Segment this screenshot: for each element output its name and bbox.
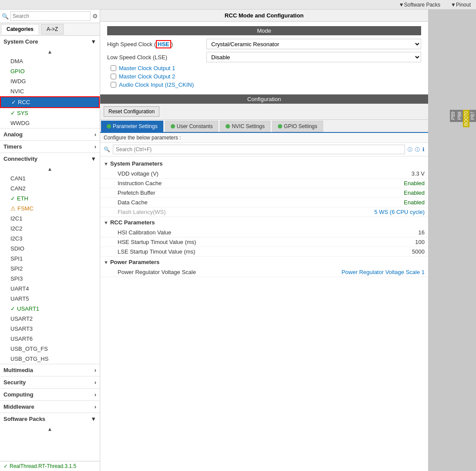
sidebar-item-usart2[interactable]: USART2 [0, 314, 100, 324]
tab-active-dot [107, 124, 111, 129]
hse-marker: HSE [156, 40, 171, 48]
config-section: Configuration Reset Configuration Parame… [100, 95, 428, 471]
pinout-topbar[interactable]: ▼ Pinout [446, 2, 476, 8]
sidebar-item-iwdg[interactable]: IWDG [0, 76, 100, 86]
group-rcc-parameters[interactable]: ▼ RCC Parameters [100, 217, 428, 228]
check-icon: ✓ [11, 99, 16, 105]
chevron-down-icon: ▼ [91, 156, 96, 162]
chevron-right-icon: › [95, 391, 96, 398]
chevron-right-icon: › [95, 131, 96, 138]
sidebar-search-bar: 🔍 ⚙ [0, 10, 100, 23]
scroll-up-arrow[interactable]: ▲ [0, 47, 100, 56]
param-power-regulator: Power Regulator Voltage Scale Power Regu… [100, 268, 428, 277]
i2s-label: Audio Clock Input (I2S_CKIN) [119, 81, 194, 88]
sidebar-item-usart6[interactable]: USART6 [0, 334, 100, 344]
info-icon: ℹ [422, 146, 425, 152]
sidebar-item-uart5[interactable]: UART5 [0, 294, 100, 304]
category-multimedia[interactable]: Multimedia › [0, 364, 100, 376]
software-packs-topbar[interactable]: ▼ Software Packs [394, 2, 446, 8]
tab-atoz[interactable]: A->Z [41, 24, 64, 34]
sidebar-item-uart4[interactable]: UART4 [0, 284, 100, 294]
search-input[interactable] [10, 11, 91, 21]
sidebar-item-usart3[interactable]: USART3 [0, 324, 100, 334]
params-search-bar: 🔍 ⓘ ⓘ ℹ [100, 143, 428, 156]
nav-next-icon[interactable]: ⓘ [415, 146, 420, 153]
sidebar-item-dma[interactable]: DMA [0, 56, 100, 66]
category-connectivity[interactable]: Connectivity ▼ [0, 152, 100, 165]
category-software-packs[interactable]: Software Packs ▼ [0, 413, 100, 425]
chevron-down-icon: ▼ [91, 416, 96, 422]
sidebar-item-spi2[interactable]: SPI2 [0, 264, 100, 274]
params-search-input[interactable] [113, 145, 405, 154]
sidebar-item-eth[interactable]: ✓ETH [0, 193, 100, 203]
pinout-label: Pinout [456, 2, 471, 8]
tab-categories[interactable]: Categories [1, 24, 39, 34]
nav-prev-icon[interactable]: ⓘ [408, 146, 412, 153]
chevron-right-icon: › [95, 403, 96, 410]
sidebar-item-can2[interactable]: CAN2 [0, 183, 100, 193]
sidebar-footer: ✓ RealThread.RT-Thread.3.1.5 [0, 461, 100, 471]
tab-user-constants[interactable]: User Constants [165, 121, 219, 132]
chevron-down-icon: ▼ [399, 2, 404, 8]
scroll-up-arrow-2[interactable]: ▲ [0, 165, 100, 173]
category-analog[interactable]: Analog › [0, 128, 100, 140]
lsc-label: Low Speed Clock (LSE) [107, 54, 203, 61]
checkbox-i2s[interactable] [111, 82, 116, 88]
sidebar-item-i2c3[interactable]: I2C3 [0, 234, 100, 244]
config-toolbar: Reset Configuration [100, 104, 428, 120]
sidebar-item-wwdg[interactable]: WWDG [0, 118, 100, 128]
tab-dot [226, 124, 230, 129]
group-power-parameters[interactable]: ▼ Power Parameters [100, 257, 428, 268]
search-icon: 🔍 [2, 13, 9, 20]
param-instruction-cache: Instruction Cache Enabled [100, 179, 428, 188]
reset-configuration-button[interactable]: Reset Configuration [104, 106, 159, 117]
category-system-core[interactable]: System Core ▼ [0, 36, 100, 47]
sidebar-item-can1[interactable]: CAN1 [0, 173, 100, 183]
gear-icon[interactable]: ⚙ [92, 13, 98, 20]
check-icon: ✓ [10, 110, 15, 116]
category-computing[interactable]: Computing › [0, 388, 100, 400]
sidebar-item-sys[interactable]: ✓SYS [0, 108, 100, 118]
tab-nvic-settings[interactable]: NVIC Settings [220, 121, 270, 132]
analog-label: Analog [3, 131, 23, 138]
category-timers[interactable]: Timers › [0, 140, 100, 152]
param-lse-startup: LSE Startup Timout Value (ms) 5000 [100, 247, 428, 257]
checkbox-i2s-row: Audio Clock Input (I2S_CKIN) [111, 81, 421, 88]
sidebar-item-gpio[interactable]: GPIO [0, 66, 100, 76]
checkbox-mco2[interactable] [111, 74, 116, 79]
category-middleware[interactable]: Middleware › [0, 400, 100, 413]
tab-dot [171, 124, 175, 129]
checkbox-mco2-row: Master Clock Output 2 [111, 73, 421, 80]
hsc-select[interactable]: Crystal/Ceramic Resonator Disable BYPASS… [206, 39, 421, 49]
software-packs-label: Software Packs [3, 416, 45, 422]
sidebar-item-usb-otg-hs[interactable]: USB_OTG_HS [0, 354, 100, 364]
sidebar-item-nvic[interactable]: NVIC [0, 86, 100, 96]
middleware-label: Middleware [3, 403, 34, 410]
sidebar-item-sdio[interactable]: SDIO [0, 244, 100, 254]
param-hse-startup: HSE Startup Timout Value (ms) 100 [100, 237, 428, 247]
tab-gpio-settings[interactable]: GPIO Settings [272, 121, 323, 132]
sidebar-item-usart1[interactable]: ✓USART1 [0, 304, 100, 314]
sidebar-item-spi1[interactable]: SPI1 [0, 254, 100, 264]
content-area: RCC Mode and Configuration Mode High Spe… [100, 10, 428, 471]
param-vdd-voltage: VDD voltage (V) 3.3 V [100, 169, 428, 179]
lsc-select[interactable]: Disable Crystal/Ceramic Resonator BYPASS… [206, 52, 421, 62]
system-core-label: System Core [3, 38, 38, 45]
collapse-icon: ▼ [104, 260, 108, 265]
search-icon: 🔍 [104, 146, 110, 152]
param-prefetch-buffer: Prefetch Buffer Enabled [100, 188, 428, 198]
category-security[interactable]: Security › [0, 376, 100, 388]
group-system-parameters[interactable]: ▼ System Parameters [100, 158, 428, 169]
tab-parameter-settings[interactable]: Parameter Settings [101, 121, 163, 132]
sidebar-item-rcc[interactable]: ✓RCC [0, 96, 100, 108]
config-tabs: Parameter Settings User Constants NVIC S… [100, 120, 428, 133]
chevron-down-icon: ▼ [91, 38, 96, 45]
sidebar-item-usb-otg-fs[interactable]: USB_OTG_FS [0, 344, 100, 354]
sidebar-item-fsmc[interactable]: ⚠FSMC [0, 203, 100, 213]
sidebar-item-spi3[interactable]: SPI3 [0, 274, 100, 284]
sidebar-item-i2c2[interactable]: I2C2 [0, 224, 100, 234]
warning-icon: ⚠ [10, 205, 16, 212]
sidebar-item-i2c1[interactable]: I2C1 [0, 213, 100, 224]
scroll-up-arrow-3[interactable]: ▲ [0, 425, 100, 434]
checkbox-mco1[interactable] [111, 65, 116, 71]
